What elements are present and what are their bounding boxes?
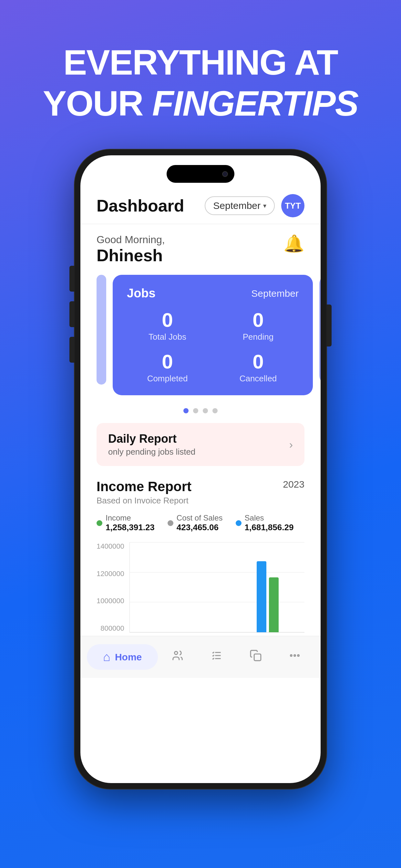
greeting-section: Good Morning, Dhinesh 🔔	[81, 224, 320, 268]
more-icon	[289, 649, 301, 664]
y-label-2: 1200000	[96, 569, 124, 578]
income-bar	[269, 578, 279, 632]
legend-cost: Cost of Sales 423,465.06	[167, 514, 223, 532]
income-chart: 1400000 1200000 1000000 800000	[96, 542, 305, 632]
card-stub-right	[319, 275, 320, 384]
total-jobs-label: Total Jobs	[127, 332, 208, 342]
app-header: Dashboard September ▾ TYT	[81, 188, 320, 224]
y-label-3: 1000000	[96, 597, 124, 605]
income-report-subtitle: Based on Invoice Report	[96, 496, 191, 506]
phone-frame: Dashboard September ▾ TYT Good Morning,	[74, 150, 327, 789]
jobs-card[interactable]: Jobs September 0 Total Jobs 0 P	[113, 275, 313, 395]
sales-info: Sales 1,681,856.29	[245, 514, 294, 532]
income-info: Income 1,258,391.23	[105, 514, 155, 532]
sales-bar	[257, 561, 266, 632]
legend-sales: Sales 1,681,856.29	[236, 514, 294, 532]
sales-dot	[236, 520, 242, 526]
screen-content: Dashboard September ▾ TYT Good Morning,	[81, 155, 320, 783]
card-title: Jobs	[127, 286, 156, 300]
chart-legend: Income 1,258,391.23 Cost of Sales 423,46…	[96, 514, 305, 532]
svg-rect-4	[254, 654, 261, 661]
income-value: 1,258,391.23	[105, 523, 155, 532]
income-label: Income	[105, 514, 155, 523]
list-check-icon	[211, 649, 223, 664]
hero-section: EVERYTHING AT YOUR FINGERTIPS	[43, 42, 358, 124]
chevron-down-icon: ▾	[263, 202, 266, 210]
nav-item-people[interactable]	[158, 649, 197, 664]
cancelled-stat: 0 Cancelled	[218, 352, 299, 383]
chart-plot	[129, 542, 305, 632]
cancelled-value: 0	[218, 352, 299, 372]
legend-income: Income 1,258,391.23	[96, 514, 155, 532]
nav-item-copy[interactable]	[236, 649, 275, 664]
carousel-dots	[81, 408, 320, 413]
month-label: September	[213, 200, 260, 211]
sales-value: 1,681,856.29	[245, 523, 294, 532]
daily-report-title: Daily Report	[108, 432, 195, 445]
phone-screen: Dashboard September ▾ TYT Good Morning,	[81, 155, 320, 783]
hero-line1: EVERYTHING AT	[63, 42, 338, 82]
dot-2	[193, 408, 198, 413]
people-icon	[172, 649, 184, 664]
completed-value: 0	[127, 352, 208, 372]
avatar[interactable]: TYT	[281, 194, 305, 217]
daily-report-text: Daily Report only pending jobs listed	[108, 432, 195, 457]
total-jobs-value: 0	[127, 310, 208, 330]
dashboard-title: Dashboard	[96, 196, 184, 215]
dot-4	[212, 408, 218, 413]
income-dot	[96, 520, 102, 526]
income-header: Income Report Based on Invoice Report 20…	[96, 479, 305, 506]
copy-icon	[250, 649, 262, 664]
card-month: September	[251, 288, 299, 299]
jobs-card-header: Jobs September	[127, 286, 299, 300]
hero-line2-bold: FINGERTIPS	[152, 83, 358, 123]
y-label-1: 1400000	[96, 542, 124, 551]
jobs-stats: 0 Total Jobs 0 Pending 0 Completed	[127, 310, 299, 383]
nav-item-home[interactable]: ⌂ Home	[87, 644, 158, 670]
phone-mockup: Dashboard September ▾ TYT Good Morning,	[74, 150, 327, 789]
notification-bell-icon[interactable]: 🔔	[283, 234, 305, 253]
home-label: Home	[115, 652, 142, 662]
dot-3	[203, 408, 208, 413]
y-label-4: 800000	[96, 624, 124, 632]
good-morning-label: Good Morning,	[96, 234, 165, 246]
svg-point-6	[294, 655, 296, 656]
grid-line-1	[130, 542, 305, 542]
income-year: 2023	[283, 479, 305, 490]
month-selector[interactable]: September ▾	[205, 196, 275, 215]
home-icon: ⌂	[103, 650, 111, 664]
pending-stat: 0 Pending	[218, 310, 299, 342]
jobs-carousel: Jobs September 0 Total Jobs 0 P	[81, 268, 320, 402]
pending-label: Pending	[218, 332, 299, 342]
daily-report-card[interactable]: Daily Report only pending jobs listed ›	[96, 423, 305, 466]
nav-item-list[interactable]	[197, 649, 236, 664]
cards-wrapper: Jobs September 0 Total Jobs 0 P	[81, 275, 320, 395]
bottom-nav: ⌂ Home	[81, 636, 320, 678]
income-report-title: Income Report	[96, 479, 191, 494]
home-tab[interactable]: ⌂ Home	[87, 644, 158, 670]
nav-item-more[interactable]	[275, 649, 314, 664]
user-name: Dhinesh	[96, 246, 165, 265]
greeting-text: Good Morning, Dhinesh	[96, 234, 165, 265]
header-controls: September ▾ TYT	[205, 194, 305, 217]
daily-report-subtitle: only pending jobs listed	[108, 447, 195, 457]
dynamic-island	[166, 165, 235, 183]
income-title-block: Income Report Based on Invoice Report	[96, 479, 191, 506]
hero-line2-normal: YOUR	[43, 83, 152, 123]
dot-1	[183, 408, 189, 413]
svg-point-5	[290, 655, 292, 656]
cost-label: Cost of Sales	[177, 514, 223, 523]
total-jobs-stat: 0 Total Jobs	[127, 310, 208, 342]
completed-stat: 0 Completed	[127, 352, 208, 383]
chevron-right-icon: ›	[289, 438, 293, 451]
completed-label: Completed	[127, 374, 208, 383]
pending-value: 0	[218, 310, 299, 330]
sales-label: Sales	[245, 514, 294, 523]
svg-point-0	[174, 651, 178, 655]
camera-dot	[222, 171, 228, 177]
cost-dot	[167, 520, 174, 526]
cost-value: 423,465.06	[177, 523, 223, 532]
svg-point-7	[297, 655, 299, 656]
chart-y-axis: 1400000 1200000 1000000 800000	[96, 542, 129, 632]
income-section: Income Report Based on Invoice Report 20…	[81, 472, 320, 536]
